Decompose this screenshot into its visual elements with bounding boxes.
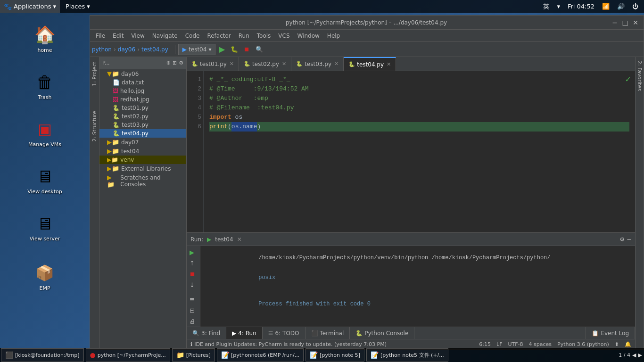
menu-edit[interactable]: Edit — [109, 32, 127, 40]
toolbar-separator-1 — [175, 45, 175, 54]
tab-event-log[interactable]: 📋 Event Log — [586, 327, 635, 339]
menu-view[interactable]: View — [127, 32, 148, 40]
breadcrumb-day06[interactable]: day06 — [118, 46, 135, 53]
search-button[interactable]: 🔍 — [254, 44, 265, 55]
menu-run[interactable]: Run — [235, 32, 253, 40]
tab-find[interactable]: 🔍 3: Find — [187, 327, 226, 339]
menu-help[interactable]: Help — [323, 32, 344, 40]
tab-run[interactable]: ▶ 4: Run — [226, 327, 263, 339]
taskbar-pythonnote5-file[interactable]: 📝 [python note5 文件 (+/... — [366, 348, 448, 362]
tab-close-test01[interactable]: ✕ — [230, 61, 234, 67]
datetime: Fri 04:52 — [566, 2, 596, 11]
note5-tb-icon: 📝 — [310, 351, 318, 359]
run-up-btn[interactable]: ↑ — [189, 259, 198, 268]
breadcrumb-file[interactable]: test04.py — [141, 46, 168, 53]
run-wrap-btn[interactable]: ⊟ — [189, 306, 198, 315]
debug-button[interactable]: 🐛 — [229, 44, 240, 55]
menu-vcs[interactable]: VCS — [274, 32, 293, 40]
taskbar-pythonnote6[interactable]: 📝 [pythonnote6 (EMP /run/... — [217, 348, 304, 362]
page-arrow-right[interactable]: ▶ — [638, 352, 642, 358]
favorites-label[interactable]: 2: Favorites — [636, 57, 644, 95]
run-panel-settings-icon[interactable]: ⚙ — [619, 236, 625, 243]
tab-test01[interactable]: 🐍 test01.py ✕ — [187, 57, 239, 71]
tree-item-label: test02.py — [122, 113, 149, 120]
volume-icon: 🔊 — [615, 2, 627, 11]
applications-menu[interactable]: 🐾 Applications ▾ — [0, 0, 60, 13]
tab-todo[interactable]: ☰ 6: TODO — [263, 327, 305, 339]
menu-file[interactable]: File — [92, 32, 109, 40]
menu-tools[interactable]: Tools — [253, 32, 275, 40]
run-config-selector[interactable]: ▶ test04 ▾ — [178, 44, 216, 55]
run-lines-btn[interactable]: ≡ — [189, 295, 198, 304]
close-button[interactable]: ✕ — [631, 18, 640, 27]
run-icon-tab: ▶ — [232, 330, 236, 337]
tree-item-test01[interactable]: 🐍 test01.py — [99, 104, 186, 112]
tree-item-hello-jpg[interactable]: 🖼 hello.jpg — [99, 87, 186, 95]
tree-item-day07[interactable]: ▶📁 day07 — [99, 138, 186, 147]
menu-refactor[interactable]: Refactor — [203, 32, 234, 40]
places-menu[interactable]: Places ▾ — [62, 0, 94, 13]
tree-item-venv[interactable]: ▶📁 venv — [99, 156, 186, 164]
desktop-icon-view-desktop[interactable]: 🖥 View desktop — [26, 165, 64, 195]
run-button[interactable]: ▶ — [217, 44, 227, 55]
tab-close-test03[interactable]: ✕ — [334, 61, 339, 67]
run-down-btn[interactable]: ↓ — [189, 280, 198, 289]
code-content[interactable]: # _*_ coding:utf-8 _*_ # @Time :9/13/194… — [204, 71, 635, 232]
view-server-label: View server — [30, 236, 60, 242]
tab-python-console[interactable]: 🐍 Python Console — [350, 327, 414, 339]
breadcrumb-python[interactable]: python — [92, 46, 112, 53]
run-stop-btn[interactable]: ⏹ — [189, 270, 198, 279]
tree-item-redhat-jpg[interactable]: 🖼 redhat.jpg — [99, 95, 186, 104]
project-panel-label[interactable]: 1: Project — [91, 59, 99, 89]
menu-navigate[interactable]: Navigate — [149, 32, 182, 40]
tree-item-test04[interactable]: 🐍 test04.py — [99, 129, 186, 138]
menu-code[interactable]: Code — [182, 32, 204, 40]
desktop-icon-manage-vms[interactable]: ▣ Manage VMs — [26, 118, 64, 148]
desktop-icon-home[interactable]: 🏠 home — [26, 24, 64, 53]
run-label-tab: 4: Run — [238, 330, 256, 337]
left-panel: 1: Project 2: Structure P... ⊕ ⊞ ⚙ — [90, 57, 187, 349]
tree-item-day06[interactable]: ▼📁 day06 — [99, 69, 186, 78]
panel-label-col: 1: Project 2: Structure — [90, 57, 99, 349]
page-arrow-left[interactable]: ◀ — [632, 352, 636, 358]
tree-content: ▼📁 day06 📄 data.txt 🖼 hello.jpg 🖼 — [99, 69, 186, 349]
tree-item-test04-folder[interactable]: ▶📁 test04 — [99, 147, 186, 156]
cursor-position: 6:15 — [479, 341, 491, 347]
language-indicator[interactable]: 英 — [541, 1, 551, 12]
taskbar-pycharm[interactable]: ● python [~/PycharmProje... — [86, 348, 170, 362]
tree-item-data-txt[interactable]: 📄 data.txt — [99, 78, 186, 87]
taskbar-pictures[interactable]: 📁 [Pictures] — [172, 348, 215, 362]
python-version: Python 3.6 (python) — [557, 341, 609, 347]
tab-terminal[interactable]: ⬛ Terminal — [305, 327, 350, 339]
run-tab-close[interactable]: ✕ — [237, 236, 242, 243]
taskbar-terminal[interactable]: ⬛ [kiosk@foundation:/tmp] — [1, 348, 84, 362]
tree-item-ext-libs[interactable]: ▶📁 External Libraries — [99, 164, 186, 173]
desktop-icon-emp[interactable]: 📦 EMP — [26, 262, 64, 291]
tree-item-test03[interactable]: 🐍 test03.py — [99, 121, 186, 129]
desktop-icon-view-server[interactable]: 🖥 View server — [26, 212, 64, 242]
run-print-btn[interactable]: 🖨 — [189, 317, 198, 326]
taskbar-pythonnote5[interactable]: 📝 [python note 5] — [305, 348, 364, 362]
note5-file-tb-label: [python note5 文件 (+/... — [380, 352, 444, 359]
tree-item-scratches[interactable]: ▶📁 Scratches and Consoles — [99, 173, 186, 189]
tree-item-label: Scratches and Consoles — [120, 174, 183, 188]
minimize-button[interactable]: − — [611, 18, 619, 27]
tree-icon-scope[interactable]: ⊕ — [166, 60, 171, 66]
tab-close-test04[interactable]: ✕ — [387, 61, 391, 67]
taskbar-top-left: 🐾 Applications ▾ Places ▾ — [0, 0, 94, 13]
stop-button[interactable]: ⏹ — [242, 44, 252, 55]
desktop-icon-trash[interactable]: 🗑 Trash — [26, 71, 64, 100]
structure-panel-label[interactable]: 2: Structure — [91, 108, 99, 144]
tab-test04[interactable]: 🐍 test04.py ✕ — [344, 57, 396, 71]
maximize-button[interactable]: □ — [621, 18, 629, 27]
run-restart-btn[interactable]: ▶ — [189, 248, 198, 257]
menu-bar: File Edit View Navigate Code Refactor Ru… — [90, 30, 644, 42]
tree-item-test02[interactable]: 🐍 test02.py — [99, 112, 186, 121]
menu-window[interactable]: Window — [294, 32, 323, 40]
tree-icon-settings[interactable]: ⚙ — [179, 60, 183, 66]
run-panel-minimize-icon[interactable]: − — [627, 236, 631, 243]
tab-close-test02[interactable]: ✕ — [282, 61, 286, 67]
tab-test03[interactable]: 🐍 test03.py ✕ — [291, 57, 344, 71]
tree-icon-expand[interactable]: ⊞ — [173, 60, 177, 66]
tab-test02[interactable]: 🐍 test02.py ✕ — [239, 57, 291, 71]
